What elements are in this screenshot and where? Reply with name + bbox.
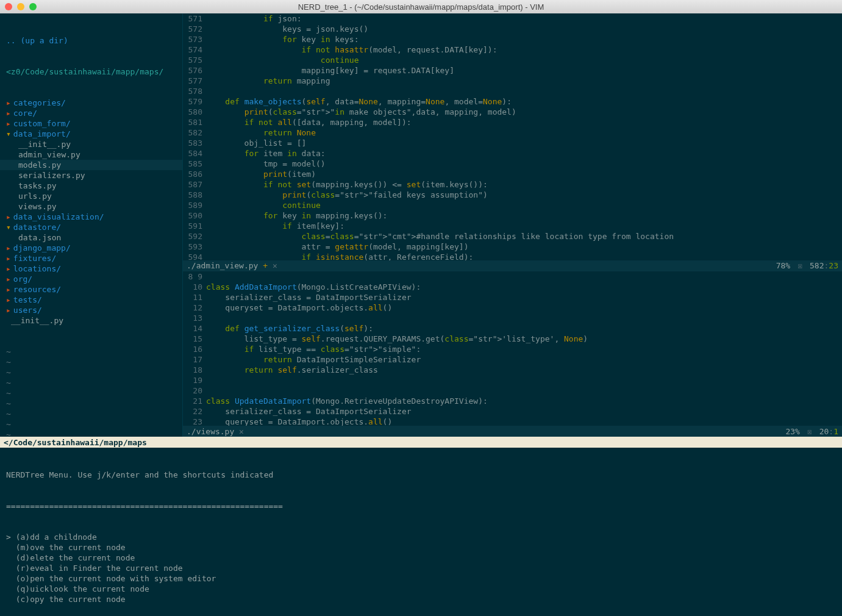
- code-pane-top[interactable]: 571 572 573 574 575 576 577 578 579 580 …: [183, 13, 842, 260]
- line-gutter: 8 9 10 11 12 13 14 15 16 17 18 19 20 21 …: [183, 271, 206, 426]
- dir-label: users/: [13, 306, 42, 315]
- empty-line-tilde: ~: [0, 419, 182, 429]
- dir-label: custom_form/: [13, 119, 71, 128]
- folder-closed-icon[interactable]: ▸: [6, 254, 13, 263]
- menu-item[interactable]: (m)ove the current node: [6, 542, 836, 553]
- folder-open-icon[interactable]: ▾: [6, 129, 13, 138]
- nerdtree-dir[interactable]: ▸locations/: [0, 263, 182, 274]
- folder-closed-icon[interactable]: ▸: [6, 98, 13, 107]
- nerdtree-menu[interactable]: NERDTree Menu. Use j/k/enter and the sho…: [0, 448, 842, 616]
- nerdtree-file[interactable]: tasks.py: [0, 181, 182, 191]
- status-line: 582: [810, 261, 824, 270]
- menu-item[interactable]: > (a)dd a childnode: [6, 532, 836, 542]
- statusline-top: ./admin_view.py + ✕ 78% ☒ 582:23: [183, 260, 842, 271]
- status-line: 20: [819, 427, 829, 436]
- status-filename: ./views.py: [187, 427, 234, 436]
- empty-line-tilde: ~: [0, 388, 182, 398]
- zoom-icon[interactable]: [29, 3, 37, 10]
- editor-stack: 571 572 573 574 575 576 577 578 579 580 …: [183, 13, 842, 437]
- main-area: .. (up a dir) <z0/Code/sustainhawaii/map…: [0, 13, 842, 437]
- traffic-lights: [5, 3, 37, 10]
- dir-label: core/: [13, 109, 37, 118]
- nerdtree-root[interactable]: <z0/Code/sustainhawaii/mapp/maps/: [0, 66, 182, 77]
- dir-label: resources/: [13, 285, 61, 294]
- folder-closed-icon[interactable]: ▸: [6, 109, 13, 118]
- dir-label: fixtures/: [13, 254, 56, 263]
- close-pane-icon[interactable]: ✕: [239, 427, 244, 436]
- dir-label: categories/: [13, 98, 66, 107]
- nerdtree-file[interactable]: urls.py: [0, 191, 182, 201]
- close-indicator-icon: ☒: [797, 261, 802, 270]
- window-title: NERD_tree_1 - (~/Code/sustainhawaii/mapp…: [0, 2, 842, 12]
- nerdtree-dir[interactable]: ▸categories/: [0, 98, 182, 108]
- empty-line-tilde: ~: [0, 429, 182, 437]
- folder-closed-icon[interactable]: ▸: [6, 306, 13, 315]
- menu-item[interactable]: (q)uicklook the current node: [6, 584, 836, 594]
- nerdtree-dir[interactable]: ▸users/: [0, 305, 182, 315]
- nerdtree-dir[interactable]: ▾datastore/: [0, 222, 182, 232]
- dir-label: org/: [13, 274, 32, 284]
- close-pane-icon[interactable]: ✕: [273, 261, 277, 270]
- nerdtree-file[interactable]: views.py: [0, 201, 182, 212]
- nerdtree-panel[interactable]: .. (up a dir) <z0/Code/sustainhawaii/map…: [0, 13, 183, 437]
- empty-line-tilde: ~: [0, 367, 182, 378]
- code-area[interactable]: class AddDataImport(Mongo.ListCreateAPIV…: [206, 271, 842, 426]
- menu-item[interactable]: (d)elete the current node: [6, 553, 836, 563]
- dir-label: django_mapp/: [13, 243, 71, 252]
- nerdtree-dir[interactable]: ▸django_mapp/: [0, 243, 182, 253]
- folder-closed-icon[interactable]: ▸: [6, 243, 13, 252]
- nerdtree-up[interactable]: .. (up a dir): [0, 35, 182, 46]
- dir-label: data_import/: [13, 129, 71, 138]
- nerdtree-dir[interactable]: ▸org/: [0, 274, 182, 284]
- nerdtree-dir[interactable]: ▸fixtures/: [0, 253, 182, 263]
- code-area[interactable]: if json: keys = json.keys() for key in k…: [206, 13, 842, 260]
- dir-label: locations/: [13, 264, 61, 273]
- nerdtree-file[interactable]: serializers.py: [0, 170, 182, 181]
- status-col: 23: [829, 261, 838, 270]
- menu-item[interactable]: (c)opy the current node: [6, 594, 836, 604]
- status-percent: 23%: [785, 427, 799, 436]
- nerdtree-dir[interactable]: ▸tests/: [0, 295, 182, 305]
- nerdtree-file[interactable]: models.py: [0, 160, 182, 170]
- minimize-icon[interactable]: [17, 3, 24, 10]
- status-modified-icon: +: [263, 261, 268, 270]
- folder-closed-icon[interactable]: ▸: [6, 212, 13, 221]
- folder-closed-icon[interactable]: ▸: [6, 295, 13, 304]
- dir-label: tests/: [13, 295, 42, 304]
- nerdtree-file[interactable]: admin_view.py: [0, 149, 182, 160]
- folder-closed-icon[interactable]: ▸: [6, 264, 13, 273]
- line-gutter: 571 572 573 574 575 576 577 578 579 580 …: [183, 13, 206, 260]
- nerdtree-dir[interactable]: ▾data_import/: [0, 129, 182, 139]
- menu-item[interactable]: (o)pen the current node with system edit…: [6, 573, 836, 584]
- nerdtree-file[interactable]: __init__.py: [0, 139, 182, 149]
- dir-label: datastore/: [13, 223, 61, 232]
- menu-separator: ========================================…: [6, 501, 836, 511]
- menu-header: NERDTree Menu. Use j/k/enter and the sho…: [6, 470, 836, 480]
- nerdtree-file[interactable]: data.json: [0, 232, 182, 243]
- nerdtree-dir[interactable]: ▸custom_form/: [0, 118, 182, 129]
- window-titlebar: NERD_tree_1 - (~/Code/sustainhawaii/mapp…: [0, 0, 842, 13]
- nerdtree-file[interactable]: __init__.py: [0, 315, 182, 326]
- empty-line-tilde: ~: [0, 346, 182, 357]
- close-icon[interactable]: [5, 3, 12, 10]
- folder-closed-icon[interactable]: ▸: [6, 285, 13, 294]
- folder-closed-icon[interactable]: ▸: [6, 119, 13, 128]
- nerdtree-dir[interactable]: ▸resources/: [0, 284, 182, 295]
- status-percent: 78%: [776, 261, 790, 270]
- nerdtree-dir[interactable]: ▸core/: [0, 108, 182, 118]
- empty-line-tilde: ~: [0, 398, 182, 409]
- status-col: 1: [833, 427, 838, 436]
- folder-open-icon[interactable]: ▾: [6, 223, 13, 232]
- close-indicator-icon: ☒: [807, 427, 812, 436]
- statusline-bottom: ./views.py ✕ 23% ☒ 20:1: [183, 426, 842, 437]
- menu-item[interactable]: (r)eveal in Finder the current node: [6, 563, 836, 573]
- status-filename: ./admin_view.py: [187, 261, 258, 270]
- folder-closed-icon[interactable]: ▸: [6, 274, 13, 284]
- empty-line-tilde: ~: [0, 378, 182, 388]
- nerdtree-statusline: </Code/sustainhawaii/mapp/maps: [0, 437, 842, 448]
- dir-label: data_visualization/: [13, 212, 104, 221]
- empty-line-tilde: ~: [0, 409, 182, 419]
- empty-line-tilde: ~: [0, 357, 182, 367]
- nerdtree-dir[interactable]: ▸data_visualization/: [0, 212, 182, 222]
- code-pane-bottom[interactable]: 8 9 10 11 12 13 14 15 16 17 18 19 20 21 …: [183, 271, 842, 426]
